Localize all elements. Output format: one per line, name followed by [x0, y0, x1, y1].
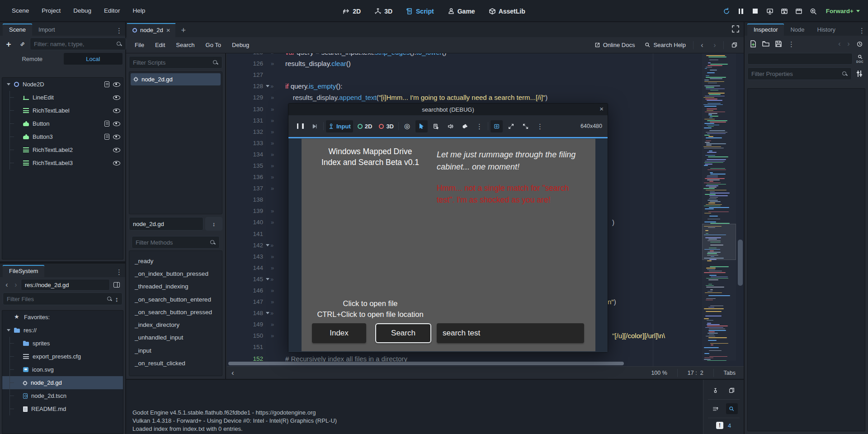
file-tree-row[interactable]: node_2d.tscn	[2, 389, 123, 402]
filesystem-menu-icon[interactable]: ⋮	[113, 269, 125, 275]
tab-inspector[interactable]: Inspector	[747, 24, 784, 36]
menu-goto[interactable]: Go To	[201, 39, 226, 51]
tab-3d[interactable]: 3D	[370, 5, 397, 18]
tab-game[interactable]: Game	[443, 5, 480, 18]
method-list-item[interactable]: _input	[130, 344, 221, 357]
inspector-menu-icon[interactable]: ⋮	[856, 27, 868, 34]
visibility-eye-icon[interactable]	[113, 122, 120, 126]
method-list-item[interactable]: _on_result_clicked	[130, 357, 221, 369]
file-filter-input[interactable]	[7, 296, 104, 302]
tab-node[interactable]: Node	[784, 24, 811, 36]
search-help-button[interactable]: Search Help	[642, 40, 689, 50]
tab-script[interactable]: Script	[401, 5, 439, 18]
file-tree-row[interactable]: sprites	[2, 337, 123, 350]
scene-tree-row[interactable]: Button3	[2, 130, 123, 143]
remote-toggle[interactable]: Remote	[3, 53, 62, 65]
open-docs-icon[interactable]: DOC	[854, 54, 865, 63]
visibility-eye-icon[interactable]	[113, 82, 120, 87]
error-filter-icon[interactable]: !	[716, 422, 723, 429]
method-list-item[interactable]: _on_search_button_pressed	[130, 306, 221, 318]
game-search-input[interactable]	[437, 323, 584, 343]
back-arrow[interactable]: ‹	[3, 281, 11, 288]
new-tab-button[interactable]: +	[175, 26, 191, 37]
file-tree-row[interactable]: res://	[2, 324, 123, 337]
minimap-viewport[interactable]	[702, 224, 736, 260]
file-tree-row[interactable]: README.md	[2, 402, 123, 415]
script-icon[interactable]	[104, 121, 109, 127]
debug-options-icon[interactable]: ⋮	[473, 123, 486, 130]
select-mode-button[interactable]	[415, 120, 428, 132]
clear-output-button[interactable]	[710, 385, 722, 396]
file-sort-icon[interactable]: ↕	[115, 296, 119, 302]
index-button[interactable]: Index	[312, 323, 366, 343]
tab-2d[interactable]: 2D	[338, 5, 365, 18]
select-list-button[interactable]	[430, 120, 442, 132]
collapse-messages-button[interactable]	[710, 403, 722, 414]
camera-3d-button[interactable]: 3D	[377, 120, 396, 132]
next-frame-button[interactable]	[309, 120, 321, 132]
scene-dock-menu-icon[interactable]: ⋮	[113, 27, 125, 34]
camera-2d-button[interactable]: 2D	[355, 120, 375, 132]
zoom-level[interactable]: 100 %	[647, 370, 670, 376]
tab-node2d-script[interactable]: node_2d ×	[127, 23, 175, 37]
remote-debug-button[interactable]	[764, 5, 776, 18]
code-minimap[interactable]	[702, 53, 736, 361]
vertical-scrollbar[interactable]	[738, 240, 743, 286]
forward-arrow[interactable]: ›	[12, 281, 20, 288]
script-icon[interactable]	[104, 134, 109, 140]
tab-filesystem[interactable]: FileSystem	[3, 265, 44, 277]
instance-scene-button[interactable]: ∞	[16, 38, 28, 50]
distraction-free-button[interactable]	[732, 25, 739, 34]
close-icon[interactable]: ×	[166, 26, 170, 34]
menu-item[interactable]: Editor	[99, 5, 124, 16]
visibility-eye-icon[interactable]	[113, 135, 120, 139]
make-floating-button[interactable]	[728, 39, 740, 51]
inspector-forward-arrow[interactable]: ›	[844, 40, 853, 47]
method-list-item[interactable]: _threaded_indexing	[130, 280, 221, 293]
embed-game-button[interactable]	[491, 120, 503, 132]
visibility-eye-icon[interactable]	[113, 95, 120, 100]
inspector-history-button[interactable]	[854, 38, 865, 50]
method-list-item[interactable]: _on_search_button_entered	[130, 293, 221, 306]
movie-maker-button[interactable]	[807, 5, 820, 18]
tab-import[interactable]: Import	[32, 24, 61, 36]
file-tree-row[interactable]: export_presets.cfg	[2, 350, 123, 363]
filesystem-path[interactable]: res://node_2d.gd	[21, 279, 110, 291]
file-tree-row[interactable]: Favorites:	[2, 311, 123, 324]
save-resource-button[interactable]	[773, 38, 784, 50]
file-tree-row[interactable]: icon.svg	[2, 363, 123, 376]
menu-file[interactable]: File	[130, 39, 149, 51]
scene-tree-row[interactable]: Node2D	[2, 78, 123, 91]
play-custom-scene-button[interactable]	[793, 5, 805, 18]
pause-button[interactable]	[735, 5, 747, 18]
debug-pause-button[interactable]	[294, 120, 307, 132]
menu-item[interactable]: Help	[128, 5, 150, 16]
method-list-item[interactable]: _index_directory	[130, 318, 221, 331]
new-resource-button[interactable]	[747, 38, 759, 50]
menu-search[interactable]: Search	[171, 39, 199, 51]
close-icon[interactable]: ×	[599, 105, 604, 113]
local-toggle[interactable]: Local	[64, 53, 123, 65]
method-sort-button[interactable]: ↕	[205, 217, 222, 231]
input-mode-button[interactable]: Input	[326, 120, 353, 132]
history-back-arrow[interactable]: ‹	[698, 42, 706, 49]
game-viewport[interactable]: Windows Mapped Drive Index and Search Be…	[288, 137, 608, 352]
method-list-item[interactable]: _unhandled_input	[130, 331, 221, 344]
online-docs-button[interactable]: Online Docs	[592, 40, 638, 50]
embed-options-icon[interactable]: ⋮	[534, 123, 546, 130]
scene-filter-input[interactable]	[34, 41, 113, 47]
method-list-item[interactable]: _ready	[130, 255, 221, 267]
menu-item[interactable]: Scene	[7, 5, 33, 16]
play-scene-button[interactable]	[778, 5, 791, 18]
properties-filter-input[interactable]	[751, 71, 839, 77]
resource-options-icon[interactable]: ⋮	[785, 41, 797, 47]
collapse-scripts-panel-button[interactable]: ‹	[231, 368, 234, 377]
script-list-item[interactable]: node_2d.gd	[131, 73, 221, 85]
add-node-button[interactable]: +	[3, 38, 14, 50]
output-search-button[interactable]	[726, 403, 738, 414]
scene-tree-row[interactable]: LineEdit	[2, 91, 123, 104]
tab-assetlib[interactable]: AssetLib	[484, 5, 530, 18]
inspector-back-arrow[interactable]: ‹	[835, 40, 844, 47]
tab-history[interactable]: History	[811, 24, 842, 36]
scene-tree-row[interactable]: RichTextLabel3	[2, 156, 123, 170]
